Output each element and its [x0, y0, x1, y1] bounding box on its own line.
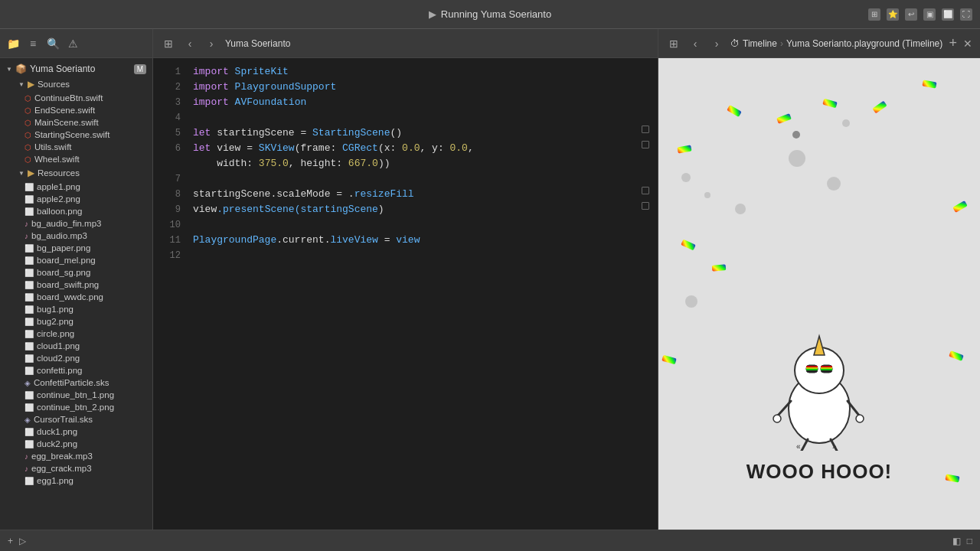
line-content [193, 171, 639, 187]
svg-text:»: » [832, 442, 837, 451]
sidebar-toolbar: 📁 ≡ 🔍 ⚠ [0, 29, 152, 58]
folder-icon[interactable]: 📁 [6, 37, 20, 51]
project-triangle: ▼ [6, 66, 12, 73]
fullscreen[interactable]: ⛶ [960, 8, 972, 21]
grid-view-btn[interactable]: ⊞ [161, 36, 176, 51]
file-cursor-trail[interactable]: ◈ CursorTrail.sks [0, 413, 152, 425]
back-btn[interactable]: ‹ [182, 36, 198, 51]
window-expand[interactable]: ⬜ [942, 8, 954, 21]
project-root[interactable]: ▼ 📦 Yuma Soerianto M [0, 61, 152, 77]
line-number: 12 [159, 248, 181, 263]
svg-line-15 [802, 439, 808, 451]
resources-label: Resources [38, 168, 80, 178]
file-circle[interactable]: ⬜ circle.png [0, 328, 152, 340]
svg-point-14 [856, 415, 864, 422]
png-icon-12: ⬜ [24, 342, 34, 350]
main-layout: 📁 ≡ 🔍 ⚠ ▼ 📦 Yuma Soerianto M ▼ ▶ Sources… [0, 29, 980, 530]
line-number: 9 [159, 202, 181, 217]
play-icon: ▶ [429, 8, 436, 20]
file-bg-audio[interactable]: ♪ bg_audio.mp3 [0, 230, 152, 242]
file-confetti[interactable]: ⬜ confetti.png [0, 364, 152, 377]
file-duck1[interactable]: ⬜ duck1.png [0, 425, 152, 438]
file-continue-btn-1[interactable]: ⬜ continue_btn_1.png [0, 389, 152, 401]
line-content [193, 110, 639, 126]
file-apple2[interactable]: ⬜ apple2.png [0, 193, 152, 205]
woo-text: WOOO HOOO! [746, 460, 893, 484]
file-Wheel[interactable]: ⬡ Wheel.swift [0, 153, 152, 165]
share-icon[interactable]: ↩ [905, 8, 917, 21]
file-Utils[interactable]: ⬡ Utils.swift [0, 141, 152, 153]
layout-toggle[interactable]: ▣ [923, 8, 936, 21]
file-StartingScene[interactable]: ⬡ StartingScene.swift [0, 129, 152, 141]
png-icon-1: ⬜ [24, 183, 34, 191]
warning-btn[interactable]: ⚠ [66, 37, 80, 51]
line-indicator [639, 202, 652, 210]
png-icon-2: ⬜ [24, 195, 34, 204]
file-confetti-particle[interactable]: ◈ ConfettiParticle.sks [0, 377, 152, 389]
file-duck2[interactable]: ⬜ duck2.png [0, 438, 152, 450]
line-content: import PlaygroundSupport [193, 80, 639, 95]
preview-forward-btn[interactable]: › [709, 36, 724, 51]
sources-group-header[interactable]: ▼ ▶ Sources [0, 77, 152, 92]
png-icon-14: ⬜ [24, 367, 34, 375]
forward-btn[interactable]: › [204, 36, 219, 51]
file-balloon[interactable]: ⬜ balloon.png [0, 205, 152, 217]
file-EndScene[interactable]: ⬡ EndScene.swift [0, 104, 152, 116]
png-icon-11: ⬜ [24, 330, 34, 338]
file-bg-paper[interactable]: ⬜ bg_paper.png [0, 242, 152, 254]
add-file-btn[interactable]: + [8, 536, 13, 546]
add-timeline-btn[interactable]: + [949, 35, 957, 51]
file-MainScene[interactable]: ⬡ MainScene.swift [0, 116, 152, 129]
code-line: 12 [153, 248, 658, 263]
file-apple1[interactable]: ⬜ apple1.png [0, 181, 152, 193]
swift-file-icon-2: ⬡ [24, 106, 31, 115]
inspector-toggle[interactable]: ⊞ [868, 8, 880, 21]
confetti-piece [945, 474, 959, 482]
line-content: let startingScene = StartingScene() [193, 126, 639, 141]
file-board-mel[interactable]: ⬜ board_mel.png [0, 254, 152, 266]
file-cloud2[interactable]: ⬜ cloud2.png [0, 352, 152, 364]
project-name: Yuma Soerianto [30, 64, 95, 74]
file-ContinueBtn[interactable]: ⬡ ContinueBtn.swift [0, 92, 152, 104]
resources-group-header[interactable]: ▼ ▶ Resources [0, 165, 152, 181]
file-bg-audio-fin[interactable]: ♪ bg_audio_fin.mp3 [0, 217, 152, 230]
code-line: 11PlaygroundPage.current.liveView = view [153, 233, 658, 248]
line-content: width: 375.0, height: 667.0)) [193, 156, 639, 171]
mp3-icon-4: ♪ [24, 465, 28, 473]
character-svg: « » [769, 321, 869, 451]
code-area[interactable]: 1import SpriteKit2import PlaygroundSuppo… [153, 58, 658, 530]
line-number: 5 [159, 126, 181, 141]
particle [789, 150, 805, 167]
file-egg1[interactable]: ⬜ egg1.png [0, 474, 152, 487]
bookmark-icon[interactable]: ⭐ [887, 8, 899, 21]
preview-grid-btn[interactable]: ⊞ [666, 36, 681, 51]
file-egg-break[interactable]: ♪ egg_break.mp3 [0, 450, 152, 462]
search-btn[interactable]: 🔍 [46, 37, 60, 51]
line-number: 4 [159, 110, 181, 126]
file-board-sg[interactable]: ⬜ board_sg.png [0, 266, 152, 279]
file-board-wwdc[interactable]: ⬜ board_wwdc.png [0, 291, 152, 303]
confetti-piece [922, 80, 936, 88]
sources-triangle: ▼ [18, 81, 24, 88]
file-continue-btn-2[interactable]: ⬜ continue_btn_2.png [0, 401, 152, 413]
close-preview-btn[interactable]: ✕ [963, 37, 972, 50]
line-number: 8 [159, 187, 181, 202]
file-cloud1[interactable]: ⬜ cloud1.png [0, 340, 152, 352]
particle [827, 177, 841, 191]
file-egg-crack[interactable]: ♪ egg_crack.mp3 [0, 462, 152, 474]
file-board-swift[interactable]: ⬜ board_swift.png [0, 279, 152, 291]
file-bug1[interactable]: ⬜ bug1.png [0, 303, 152, 315]
title-bar: ▶ Running Yuma Soerianto ⊞ ⭐ ↩ ▣ ⬜ ⛶ [0, 0, 980, 29]
editor-mode-btn[interactable]: ◧ [952, 536, 961, 546]
preview-back-btn[interactable]: ‹ [688, 36, 703, 51]
line-indicator [639, 187, 652, 194]
confetti-piece [681, 240, 696, 251]
swift-file-icon: ⬡ [24, 94, 31, 103]
line-number: 1 [159, 64, 181, 80]
code-line: 5let startingScene = StartingScene() [153, 126, 658, 141]
console-toggle[interactable]: ▷ [19, 536, 26, 546]
indicator-square [642, 126, 649, 133]
sidebar-btn-2[interactable]: ≡ [26, 37, 40, 51]
square-btn[interactable]: □ [967, 536, 972, 546]
file-bug2[interactable]: ⬜ bug2.png [0, 315, 152, 328]
